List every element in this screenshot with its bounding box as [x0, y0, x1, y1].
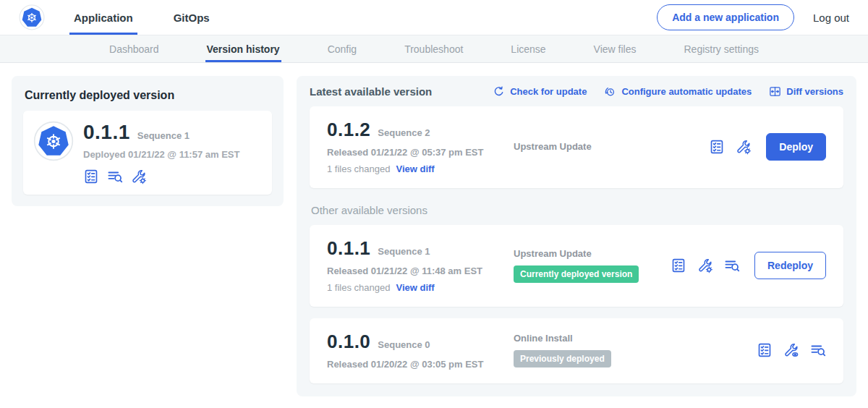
add-application-button[interactable]: Add a new application	[657, 4, 794, 30]
released-date: Released 01/20/22 @ 03:05 pm EST	[327, 359, 514, 370]
files-changed-count: 1 files changed	[327, 282, 390, 293]
version-number: 0.1.2	[327, 119, 370, 141]
link-label: Check for update	[510, 86, 587, 97]
currently-deployed-card: Currently deployed version 0.1.1 Sequenc…	[12, 76, 284, 206]
deploy-button[interactable]: Deploy	[766, 133, 826, 161]
link-label: Configure automatic updates	[621, 86, 752, 97]
deployed-version-card: 0.1.1 Sequence 1 Deployed 01/21/22 @ 11:…	[23, 111, 272, 195]
logout-button[interactable]: Log out	[813, 12, 849, 24]
deploy-logs-icon[interactable]	[810, 342, 826, 358]
version-history-panel: Latest available version Check for updat…	[297, 76, 856, 396]
subnav-tab-view-files[interactable]: View files	[592, 35, 638, 62]
version-card-0.1.1: 0.1.1Sequence 1Released 01/21/22 @ 11:48…	[310, 225, 843, 307]
top-nav: ApplicationGitOps Add a new application …	[0, 0, 868, 35]
subnav-tab-license[interactable]: License	[509, 35, 547, 62]
subnav-tab-troubleshoot[interactable]: Troubleshoot	[403, 35, 464, 62]
version-number: 0.1.1	[327, 237, 370, 260]
subnav-tab-dashboard[interactable]: Dashboard	[108, 35, 161, 62]
app-icon	[33, 121, 74, 161]
check-update-icon	[493, 85, 505, 98]
view-diff-link[interactable]: View diff	[396, 282, 434, 293]
version-number: 0.1.0	[327, 331, 370, 353]
version-source: Upstream Update	[514, 141, 702, 152]
sequence-label: Sequence 2	[378, 127, 430, 138]
version-card-0.1.2: 0.1.2Sequence 2Released 01/21/22 @ 05:37…	[310, 106, 843, 188]
files-changed-line: 1 files changedView diff	[327, 163, 514, 174]
diff-versions-link[interactable]: Diff versions	[769, 85, 843, 98]
sequence-label: Sequence 0	[378, 339, 430, 350]
version-source: Upstream Update	[514, 248, 663, 259]
config-edit-icon[interactable]	[131, 169, 147, 184]
preflight-checks-icon[interactable]	[757, 342, 773, 358]
files-changed-count: 1 files changed	[327, 163, 390, 174]
app-tabs: ApplicationGitOps	[69, 0, 246, 35]
deployed-date: Deployed 01/21/22 @ 11:57 am EST	[83, 149, 239, 160]
other-versions-title: Other available versions	[311, 204, 842, 216]
version-source: Online Install	[514, 333, 749, 344]
diff-versions-icon	[769, 85, 781, 98]
version-actions: Deploy	[709, 133, 826, 161]
released-date: Released 01/21/22 @ 05:37 pm EST	[327, 147, 514, 158]
deploy-logs-icon[interactable]	[107, 169, 123, 184]
latest-version-title: Latest available version	[310, 85, 432, 98]
deployed-version-number: 0.1.1	[83, 121, 130, 144]
sub-nav: DashboardVersion historyConfigTroublesho…	[0, 35, 868, 63]
subnav-tab-config[interactable]: Config	[326, 35, 358, 62]
sequence-label: Sequence 1	[378, 246, 430, 257]
panel-actions: Check for updateConfigure automatic upda…	[493, 85, 843, 98]
view-diff-link[interactable]: View diff	[396, 163, 434, 174]
kubernetes-logo	[19, 4, 45, 30]
configure-automatic-updates-link[interactable]: Configure automatic updates	[604, 85, 752, 98]
header-actions: Add a new application Log out	[657, 4, 849, 30]
version-actions	[757, 342, 826, 358]
deploy-logs-icon[interactable]	[724, 258, 740, 273]
header-tab-gitops[interactable]: GitOps	[169, 0, 214, 35]
deployed-sequence-label: Sequence 1	[137, 130, 190, 141]
redeploy-button[interactable]: Redeploy	[754, 252, 826, 279]
main-content: Currently deployed version 0.1.1 Sequenc…	[0, 63, 868, 408]
preflight-checks-icon[interactable]	[83, 169, 99, 184]
link-label: Diff versions	[786, 86, 843, 97]
released-date: Released 01/21/22 @ 11:48 am EST	[327, 265, 514, 276]
files-changed-line: 1 files changedView diff	[327, 282, 514, 293]
subnav-tab-version-history[interactable]: Version history	[205, 35, 281, 62]
auto-update-icon	[604, 85, 616, 98]
version-actions: Redeploy	[671, 252, 826, 279]
deployed-version-actions	[83, 169, 239, 184]
version-card-0.1.0: 0.1.0Sequence 0Released 01/20/22 @ 03:05…	[310, 318, 843, 383]
status-badge: Currently deployed version	[514, 265, 639, 283]
config-edit-icon[interactable]	[736, 139, 752, 155]
subnav-tab-registry-settings[interactable]: Registry settings	[683, 35, 760, 62]
config-view-icon[interactable]	[783, 342, 799, 358]
status-badge: Previously deployed	[514, 350, 611, 367]
header-tab-application[interactable]: Application	[69, 0, 137, 35]
preflight-checks-icon[interactable]	[671, 258, 686, 273]
currently-deployed-title: Currently deployed version	[25, 89, 271, 102]
check-for-update-link[interactable]: Check for update	[493, 85, 587, 98]
config-edit-icon[interactable]	[697, 258, 713, 273]
preflight-checks-icon[interactable]	[709, 139, 725, 155]
